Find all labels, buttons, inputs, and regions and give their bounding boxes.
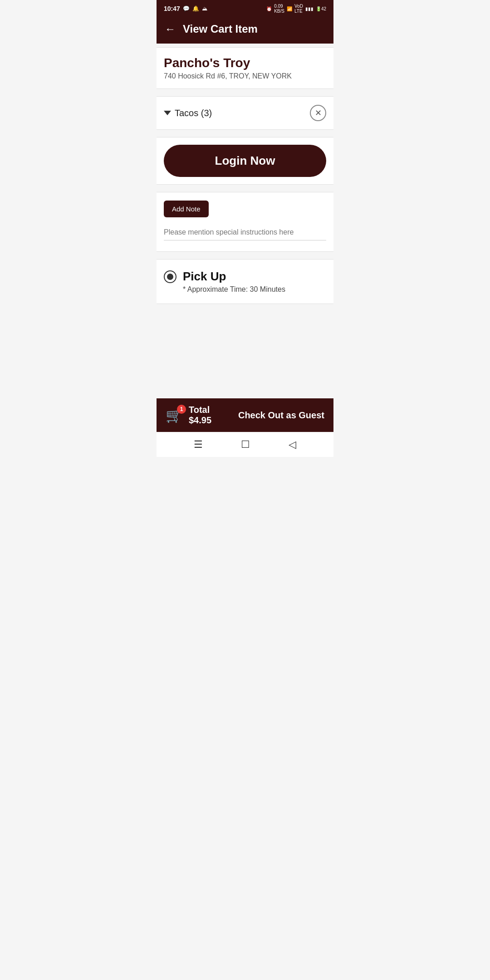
cart-badge: 1 xyxy=(177,405,186,414)
taco-row: Tacos (3) ✕ xyxy=(164,105,326,121)
home-nav-icon[interactable]: ☐ xyxy=(241,439,250,451)
taco-text: Tacos (3) xyxy=(175,108,212,118)
pickup-card: Pick Up * Approximate Time: 30 Minutes xyxy=(157,259,333,304)
total-amount: $4.95 xyxy=(189,415,211,425)
data-speed-label: 0.09KB/S xyxy=(274,4,284,14)
note-card: Add Note xyxy=(157,192,333,252)
total-wrap: Total $4.95 xyxy=(189,405,232,426)
back-nav-icon[interactable]: ◁ xyxy=(289,439,296,451)
radio-inner-dot xyxy=(167,274,173,280)
pickup-subtitle: * Approximate Time: 30 Minutes xyxy=(183,285,326,294)
status-right: ⏰ 0.09KB/S 📶 VoDLTE ▮▮▮ 🔋42 xyxy=(266,4,326,14)
restaurant-name: Pancho's Troy xyxy=(164,56,326,70)
pickup-title: Pick Up xyxy=(183,270,326,284)
login-button[interactable]: Login Now xyxy=(164,145,326,177)
android-nav-bar: ☰ ☐ ◁ xyxy=(157,432,333,457)
chevron-down-icon xyxy=(164,111,171,115)
signal-icon: ▮▮▮ xyxy=(305,6,314,11)
maps-icon: ⛰ xyxy=(202,5,207,12)
volte-icon: VoDLTE xyxy=(294,4,303,14)
checkout-guest-button[interactable]: Check Out as Guest xyxy=(238,410,324,421)
total-label: Total xyxy=(189,405,210,415)
login-card: Login Now xyxy=(157,137,333,185)
main-content: Pancho's Troy 740 Hoosick Rd #6, TROY, N… xyxy=(157,44,333,398)
add-note-button[interactable]: Add Note xyxy=(164,201,209,217)
alarm-icon: ⏰ xyxy=(266,6,272,11)
status-time: 10:47 xyxy=(164,5,180,12)
status-bar: 10:47 💬 🔔 ⛰ ⏰ 0.09KB/S 📶 VoDLTE ▮▮▮ 🔋42 xyxy=(157,0,333,16)
status-left: 10:47 💬 🔔 ⛰ xyxy=(164,5,207,12)
spacer xyxy=(157,308,333,398)
back-button[interactable]: ← xyxy=(165,23,176,35)
notification-icon: 🔔 xyxy=(192,5,199,12)
wifi-icon: 📶 xyxy=(287,6,292,11)
pickup-radio[interactable] xyxy=(164,270,176,283)
whatsapp-icon: 💬 xyxy=(183,5,190,12)
restaurant-card: Pancho's Troy 740 Hoosick Rd #6, TROY, N… xyxy=(157,47,333,89)
special-instructions-input[interactable] xyxy=(164,225,326,240)
restaurant-address: 740 Hoosick Rd #6, TROY, NEW YORK xyxy=(164,72,326,80)
menu-nav-icon[interactable]: ☰ xyxy=(194,439,203,451)
battery-icon: 🔋42 xyxy=(316,6,326,11)
page-title: View Cart Item xyxy=(183,23,258,35)
header: ← View Cart Item xyxy=(157,16,333,44)
remove-item-button[interactable]: ✕ xyxy=(310,105,326,121)
taco-label[interactable]: Tacos (3) xyxy=(164,108,212,118)
cart-item-card: Tacos (3) ✕ xyxy=(157,96,333,130)
pickup-row: Pick Up * Approximate Time: 30 Minutes xyxy=(164,270,326,294)
pickup-text: Pick Up * Approximate Time: 30 Minutes xyxy=(183,270,326,294)
bottom-bar: 🛒 1 Total $4.95 Check Out as Guest xyxy=(157,398,333,432)
cart-icon-wrap[interactable]: 🛒 1 xyxy=(166,407,182,423)
